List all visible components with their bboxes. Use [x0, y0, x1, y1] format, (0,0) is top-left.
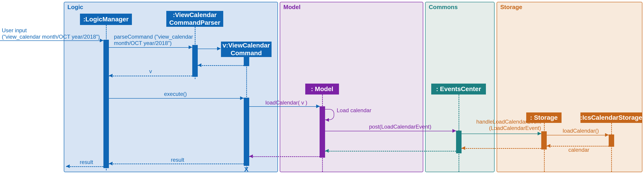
icsstorage-head: :IcsCalendarStorage	[580, 112, 642, 123]
viewcalparser-text: :ViewCalendar CommandParser	[169, 11, 220, 26]
viewcalcmd-activation1	[244, 57, 249, 66]
logicmanager-head: :LogicManager	[80, 14, 132, 25]
ec-model-return	[325, 151, 456, 152]
create-arrowhead	[217, 47, 221, 50]
handle-arrow	[462, 134, 541, 134]
viewcalparser-activation	[192, 45, 198, 77]
handle-line2: (LoadCalendarEvent)	[470, 125, 541, 131]
handle-line1: handleLoadCalendarEvent	[470, 119, 541, 125]
v-to-parser-return	[198, 65, 244, 66]
post-arrowhead	[452, 129, 456, 133]
post-label: post(LoadCalendarEvent)	[369, 124, 432, 130]
user-input-arrowhead	[100, 39, 104, 42]
commons-label: Commons	[429, 4, 458, 11]
viewcalcmd-activation2	[244, 98, 249, 166]
eventscenter-activation	[456, 131, 462, 153]
user-input-line1: User input	[2, 27, 100, 34]
result-label1: result	[171, 157, 184, 163]
result-arrow2	[66, 166, 104, 167]
parsecmd-line2: month/OCT year/2018")	[114, 40, 193, 46]
result-label2: result	[80, 159, 93, 165]
v-label: v	[149, 68, 152, 75]
loadcal-arrowhead	[605, 133, 609, 137]
handle-label: handleLoadCalendarEvent (LoadCalendarEve…	[470, 119, 541, 131]
loadcal-arrow	[547, 135, 609, 135]
parsecmd-arrowhead	[188, 45, 192, 49]
loadcal-v-arrow	[249, 106, 320, 107]
destroy-x: X	[244, 166, 248, 173]
user-input-label: User input ("view_calendar month/OCT yea…	[2, 27, 100, 40]
model-head: : Model	[305, 84, 339, 94]
result-arrow2-head	[66, 165, 70, 168]
parsecmd-arrow	[109, 47, 192, 48]
viewcalcmd-head: v:ViewCalendar Command	[221, 42, 272, 57]
parsecmd-label: parseCommand ("view_calendar month/OCT y…	[114, 34, 193, 46]
calendar-return	[547, 146, 609, 147]
storage-activation	[541, 131, 547, 150]
eventscenter-head: : EventsCenter	[431, 84, 486, 94]
model-label: Model	[284, 4, 300, 11]
logic-label: Logic	[68, 4, 83, 11]
loadcal-label: loadCalendar()	[563, 128, 599, 134]
v-return-arrow	[109, 76, 192, 76]
viewcalcmd-text: v:ViewCalendar Command	[222, 42, 270, 57]
user-input-arrow	[0, 40, 104, 41]
v-return-arrowhead	[109, 74, 112, 78]
loadcal-v-label: loadCalendar( v )	[266, 99, 307, 106]
calendar-label: calendar	[568, 147, 589, 153]
execute-arrow	[109, 98, 244, 98]
result-arrow1-head	[109, 162, 112, 165]
handle-arrowhead	[538, 132, 541, 135]
execute-arrowhead	[240, 96, 244, 100]
storage-ec-return	[462, 148, 541, 149]
load-calendar-self-head	[325, 118, 329, 122]
ec-model-return-head	[325, 149, 329, 153]
icsstorage-activation	[609, 134, 614, 147]
parsecmd-line1: parseCommand ("view_calendar	[114, 34, 193, 40]
user-input-line2: ("view_calendar month/OCT year/2018")	[2, 34, 100, 40]
model-container: Model	[280, 2, 423, 172]
icsstorage-lifeline	[611, 123, 612, 172]
model-cmd-return-head	[249, 155, 253, 158]
model-cmd-return	[249, 156, 320, 157]
load-calendar-self-label: Load calendar	[337, 107, 371, 114]
post-arrow	[325, 131, 456, 131]
v-to-parser-arrowhead	[198, 63, 202, 67]
model-activation	[320, 106, 325, 158]
logicmanager-activation	[104, 40, 109, 168]
storage-label: Storage	[500, 4, 522, 11]
loadcal-v-arrowhead	[316, 104, 320, 108]
execute-label: execute()	[164, 91, 187, 97]
result-arrow1	[109, 164, 244, 164]
calendar-return-head	[547, 144, 550, 148]
storage-ec-return-head	[462, 146, 465, 150]
viewcalparser-head: :ViewCalendar CommandParser	[166, 11, 223, 27]
